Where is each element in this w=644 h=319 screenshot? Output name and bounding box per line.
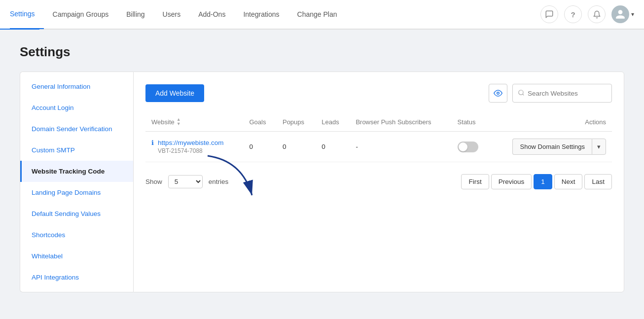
sidebar-item-website-tracking[interactable]: Website Tracking Code xyxy=(20,161,133,182)
nav-tab-addons[interactable]: Add-Ons xyxy=(189,0,234,29)
toolbar-right xyxy=(489,84,612,103)
cell-status xyxy=(452,132,490,162)
nav-tab-integrations[interactable]: Integrations xyxy=(234,0,288,29)
sidebar-item-api-integrations[interactable]: API Integrations xyxy=(20,267,133,288)
action-dropdown-button[interactable]: ▾ xyxy=(592,139,606,155)
settings-panel: Add Website xyxy=(133,71,624,292)
status-toggle[interactable] xyxy=(458,142,478,152)
website-id: VBT-21574-7088 xyxy=(158,147,224,154)
search-input[interactable] xyxy=(528,90,607,97)
search-box xyxy=(512,84,612,103)
page-previous-button[interactable]: Previous xyxy=(491,174,532,189)
nav-tab-users[interactable]: Users xyxy=(154,0,190,29)
main-content: Settings General Information Account Log… xyxy=(0,30,644,307)
col-browser-push: Browser Push Subscribers xyxy=(350,112,451,132)
chat-icon-button[interactable] xyxy=(540,5,558,23)
sidebar-item-custom-smtp[interactable]: Custom SMTP xyxy=(20,140,133,161)
table-row: ℹ https://mywebiste.com VBT-21574-7088 0 xyxy=(145,132,612,162)
sidebar-item-whitelabel[interactable]: Whitelabel xyxy=(20,246,133,267)
col-goals: Goals xyxy=(244,112,277,132)
settings-sidebar: General Information Account Login Domain… xyxy=(20,71,133,292)
svg-line-3 xyxy=(523,94,524,95)
sidebar-item-landing-page-domains[interactable]: Landing Page Domains xyxy=(20,182,133,203)
page-next-button[interactable]: Next xyxy=(554,174,583,189)
entries-select[interactable]: 5 10 25 50 xyxy=(168,175,203,188)
svg-point-1 xyxy=(497,92,500,95)
website-url-link[interactable]: https://mywebiste.com xyxy=(158,139,224,146)
col-leads: Leads xyxy=(316,112,350,132)
website-table: Website ▲▼ Goals Popups Leads Browser Pu… xyxy=(145,112,612,162)
nav-tab-change-plan[interactable]: Change Plan xyxy=(288,0,346,29)
info-icon: ℹ xyxy=(151,139,154,146)
avatar-chevron-icon[interactable]: ▾ xyxy=(631,11,634,18)
show-label: Show xyxy=(145,178,162,185)
col-status: Status xyxy=(452,112,490,132)
panel-footer: Show 5 10 25 50 entries First Previous 1… xyxy=(145,174,612,189)
nav-tab-campaign-groups[interactable]: Campaign Groups xyxy=(44,0,118,29)
svg-point-2 xyxy=(519,90,523,94)
chevron-down-icon: ▾ xyxy=(597,143,601,150)
cell-website: ℹ https://mywebiste.com VBT-21574-7088 xyxy=(145,132,244,162)
eye-icon-button[interactable] xyxy=(489,84,507,103)
page-last-button[interactable]: Last xyxy=(584,174,612,189)
cell-browser-push: - xyxy=(350,132,451,162)
search-icon xyxy=(518,89,525,98)
nav-tabs: Settings Campaign Groups Billing Users A… xyxy=(10,0,540,29)
show-domain-settings-button[interactable]: Show Domain Settings xyxy=(512,139,592,155)
sidebar-item-shortcodes[interactable]: Shortcodes xyxy=(20,224,133,246)
top-nav: Settings Campaign Groups Billing Users A… xyxy=(0,0,644,30)
sort-arrows-website[interactable]: ▲▼ xyxy=(177,117,181,126)
cell-leads: 0 xyxy=(316,132,350,162)
panel-toolbar: Add Website xyxy=(145,84,612,103)
help-icon-button[interactable]: ? xyxy=(564,5,582,23)
col-website: Website ▲▼ xyxy=(145,112,244,132)
nav-tab-settings[interactable]: Settings xyxy=(10,0,44,29)
sidebar-item-default-sending[interactable]: Default Sending Values xyxy=(20,203,133,224)
settings-layout: General Information Account Login Domain… xyxy=(20,71,624,292)
question-mark-icon: ? xyxy=(571,10,575,19)
page-title: Settings xyxy=(20,44,624,60)
page-current-button[interactable]: 1 xyxy=(534,174,552,189)
nav-icons: ? ▾ xyxy=(540,5,634,23)
sidebar-item-general-information[interactable]: General Information xyxy=(20,76,133,97)
cell-goals: 0 xyxy=(244,132,277,162)
cell-actions: Show Domain Settings ▾ xyxy=(489,132,612,162)
col-popups: Popups xyxy=(277,112,316,132)
cell-popups: 0 xyxy=(277,132,316,162)
col-actions: Actions xyxy=(489,112,612,132)
entries-label: entries xyxy=(209,178,229,185)
pagination: First Previous 1 Next Last xyxy=(461,174,612,189)
page-first-button[interactable]: First xyxy=(461,174,489,189)
nav-tab-billing[interactable]: Billing xyxy=(117,0,153,29)
sidebar-item-domain-sender[interactable]: Domain Sender Verification xyxy=(20,118,133,140)
add-website-button[interactable]: Add Website xyxy=(145,84,204,102)
notification-icon-button[interactable] xyxy=(588,5,606,23)
sidebar-item-account-login[interactable]: Account Login xyxy=(20,97,133,118)
avatar[interactable] xyxy=(611,5,629,23)
